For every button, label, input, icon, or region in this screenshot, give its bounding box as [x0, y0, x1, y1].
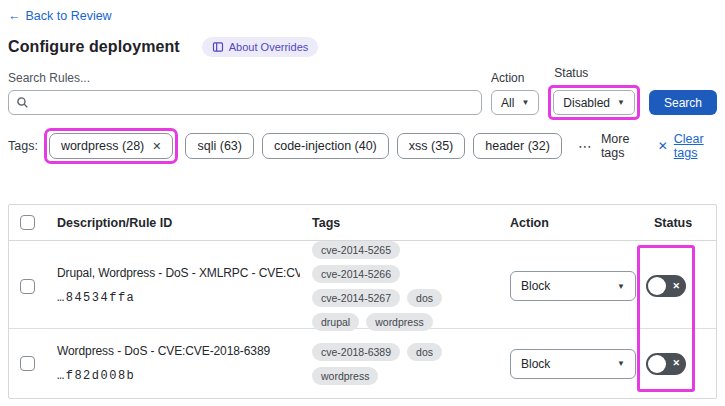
- rule-tag-pill: cve-2014-5265: [312, 241, 400, 259]
- rule-tag-pill: wordpress: [312, 367, 378, 385]
- tag-chip-label: header (32): [485, 139, 550, 153]
- rule-tag-pill: cve-2014-5267: [312, 289, 400, 307]
- title-row: Configure deployment About Overrides: [8, 37, 717, 57]
- rule-tag-pill: dos: [407, 289, 442, 307]
- rule-tag-pill: cve-2014-5266: [312, 265, 400, 283]
- back-to-review-link[interactable]: ← Back to Review: [8, 9, 112, 23]
- toggle-off-icon: ✕: [672, 282, 680, 291]
- table-header-row: Description/Rule ID Tags Action Status: [9, 205, 716, 241]
- clear-tags-link[interactable]: ✕ Clear tags: [658, 132, 717, 160]
- rule-id: …84534ffa: [57, 290, 300, 307]
- column-header-tags: Tags: [304, 216, 502, 230]
- back-link-label: Back to Review: [26, 9, 112, 23]
- search-icon: [16, 96, 29, 109]
- tags-bar: Tags: wordpress (28) ✕ sqli (63) code-in…: [8, 128, 717, 164]
- tag-chip-header[interactable]: header (32): [473, 133, 562, 159]
- book-icon: [212, 41, 224, 53]
- action-filter-value: All: [501, 96, 514, 110]
- tag-chip-sqli[interactable]: sqli (63): [185, 133, 253, 159]
- toggle-knob: [648, 277, 666, 295]
- selected-tag-highlight: wordpress (28) ✕: [44, 128, 179, 164]
- tag-chip-label: wordpress (28): [61, 139, 144, 153]
- status-filter-value: Disabled: [563, 96, 610, 110]
- search-box[interactable]: [8, 90, 482, 115]
- about-overrides-label: About Overrides: [229, 41, 308, 53]
- column-header-status: Status: [636, 216, 716, 230]
- chevron-down-icon: ▼: [521, 98, 529, 107]
- toggle-knob: [648, 355, 666, 373]
- about-overrides-badge[interactable]: About Overrides: [202, 37, 318, 57]
- more-tags-button[interactable]: ⋯ More tags: [578, 132, 642, 160]
- action-select[interactable]: Block ▼: [510, 271, 636, 301]
- status-toggle[interactable]: ✕: [646, 275, 686, 297]
- chevron-down-icon: ▼: [617, 98, 625, 107]
- search-rules-label: Search Rules...: [8, 71, 482, 85]
- tag-chip-wordpress[interactable]: wordpress (28) ✕: [49, 133, 174, 159]
- tag-chip-label: xss (35): [409, 139, 453, 153]
- status-filter-dropdown[interactable]: Disabled ▼: [553, 90, 635, 115]
- chevron-down-icon: ▼: [617, 359, 625, 368]
- tag-chip-label: sqli (63): [197, 139, 241, 153]
- tags-label: Tags:: [8, 139, 38, 153]
- chevron-down-icon: ▼: [617, 282, 625, 291]
- action-select-value: Block: [521, 357, 550, 371]
- column-header-description: Description/Rule ID: [49, 216, 304, 230]
- rule-tags: cve-2018-6389 dos wordpress: [304, 343, 502, 385]
- tag-chip-code-injection[interactable]: code-injection (40): [262, 133, 389, 159]
- rule-description: Drupal, Wordpress - DoS - XMLRPC - CVE:C…: [57, 265, 300, 282]
- search-input[interactable]: [35, 96, 474, 110]
- rule-tag-pill: wordpress: [366, 313, 432, 331]
- action-select[interactable]: Block ▼: [510, 349, 636, 379]
- rule-id: …f82d008b: [57, 368, 300, 385]
- rule-tag-pill: dos: [407, 343, 442, 361]
- rule-tag-pill: cve-2018-6389: [312, 343, 400, 361]
- more-tags-label: More tags: [601, 132, 642, 160]
- status-filter-highlight: Disabled ▼: [548, 85, 640, 120]
- status-filter-label: Status: [554, 66, 640, 80]
- status-toggle[interactable]: ✕: [646, 353, 686, 375]
- row-checkbox[interactable]: [20, 356, 35, 371]
- action-filter-dropdown[interactable]: All ▼: [491, 90, 539, 115]
- close-icon: ✕: [658, 139, 668, 153]
- row-checkbox[interactable]: [20, 279, 35, 294]
- search-button[interactable]: Search: [649, 90, 717, 115]
- rule-description: Wordpress - DoS - CVE:CVE-2018-6389: [57, 343, 300, 360]
- ellipsis-icon: ⋯: [578, 138, 593, 154]
- select-all-checkbox[interactable]: [20, 215, 35, 230]
- rules-table: Description/Rule ID Tags Action Status D…: [8, 204, 717, 399]
- filter-bar: Search Rules... Action All ▼ Status Disa…: [8, 66, 717, 115]
- column-header-action: Action: [502, 216, 636, 230]
- tag-chip-label: code-injection (40): [274, 139, 377, 153]
- page-title: Configure deployment: [8, 38, 180, 56]
- rule-tag-pill: drupal: [312, 313, 359, 331]
- table-row: Wordpress - DoS - CVE:CVE-2018-6389 …f82…: [9, 328, 716, 398]
- clear-tags-label: Clear tags: [674, 132, 717, 160]
- toggle-off-icon: ✕: [672, 359, 680, 368]
- table-row: Drupal, Wordpress - DoS - XMLRPC - CVE:C…: [9, 241, 716, 328]
- back-arrow-icon: ←: [8, 9, 21, 23]
- action-select-value: Block: [521, 279, 550, 293]
- close-icon[interactable]: ✕: [152, 140, 161, 153]
- action-filter-label: Action: [491, 71, 539, 85]
- rule-tags: cve-2014-5265 cve-2014-5266 cve-2014-526…: [304, 241, 502, 331]
- tag-chip-xss[interactable]: xss (35): [397, 133, 465, 159]
